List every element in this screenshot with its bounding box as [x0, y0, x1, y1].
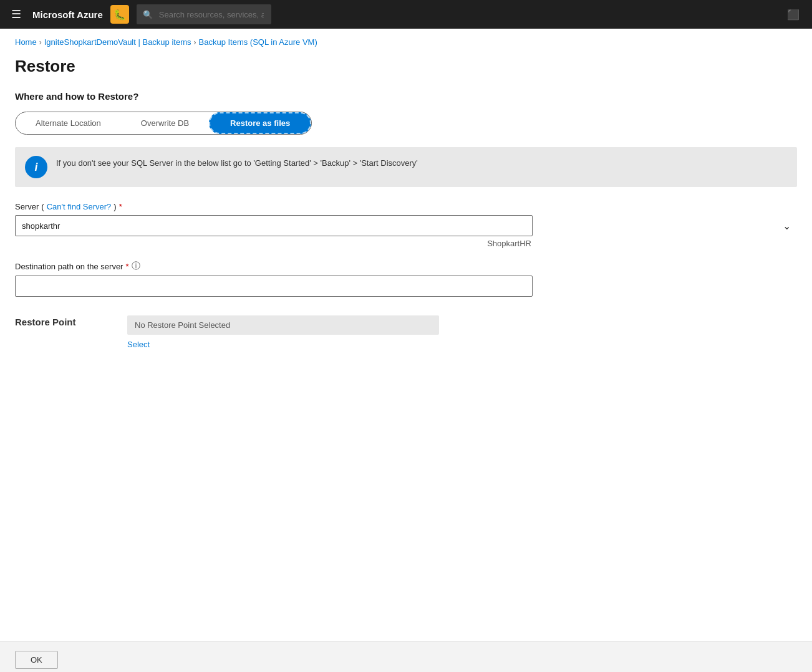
- breadcrumb-home[interactable]: Home: [15, 37, 37, 47]
- destination-required-star: *: [125, 262, 128, 271]
- server-label: Server (Can't find Server?) *: [15, 202, 797, 211]
- server-field-group: Server (Can't find Server?) * shopkarthr…: [15, 202, 797, 248]
- breadcrumb: Home › IgniteShopkartDemoVault | Backup …: [0, 29, 812, 52]
- restore-point-select-link[interactable]: Select: [127, 340, 439, 349]
- restore-point-content: No Restore Point Selected Select: [127, 315, 439, 349]
- feedback-icon[interactable]: 🐛: [110, 5, 129, 24]
- chevron-down-icon: ⌄: [783, 220, 791, 232]
- info-text: If you don't see your SQL Server in the …: [56, 156, 418, 170]
- restore-point-label: Restore Point: [15, 315, 102, 327]
- hamburger-icon[interactable]: ☰: [7, 5, 25, 24]
- content-area: Where and how to Restore? Alternate Loca…: [0, 91, 812, 364]
- breadcrumb-sep-2: ›: [194, 38, 196, 47]
- search-input[interactable]: [137, 4, 271, 24]
- restore-type-alternate-location[interactable]: Alternate Location: [16, 112, 121, 134]
- destination-path-input[interactable]: [15, 276, 533, 297]
- restore-type-overwrite-db[interactable]: Overwrite DB: [121, 112, 209, 134]
- restore-type-restore-as-files[interactable]: Restore as files: [209, 112, 311, 134]
- destination-info-icon: ⓘ: [132, 261, 140, 272]
- breadcrumb-vault[interactable]: IgniteShopkartDemoVault | Backup items: [44, 37, 191, 47]
- destination-label: Destination path on the server * ⓘ: [15, 261, 797, 272]
- search-wrapper: [137, 4, 561, 24]
- server-required-star: *: [119, 202, 122, 211]
- restore-point-section: Restore Point No Restore Point Selected …: [15, 315, 797, 349]
- app-logo: Microsoft Azure: [32, 9, 103, 20]
- ok-button[interactable]: OK: [15, 651, 58, 669]
- info-box: i If you don't see your SQL Server in th…: [15, 147, 797, 187]
- topbar: ☰ Microsoft Azure 🐛 ⬛: [0, 0, 812, 29]
- server-select-wrapper: shopkarthr ShopkartHR ⌄: [15, 215, 797, 236]
- destination-label-text: Destination path on the server: [15, 262, 123, 271]
- cant-find-server-link[interactable]: Can't find Server?: [47, 202, 112, 211]
- server-label-text: Server: [15, 202, 39, 211]
- terminal-icon[interactable]: ⬛: [782, 6, 805, 23]
- page-title: Restore: [0, 52, 812, 91]
- restore-type-group: Alternate Location Overwrite DB Restore …: [15, 112, 312, 135]
- main-content: Home › IgniteShopkartDemoVault | Backup …: [0, 29, 812, 641]
- server-dropdown-hint: ShopkartHR: [15, 239, 533, 248]
- server-select[interactable]: shopkarthr ShopkartHR: [15, 215, 533, 236]
- restore-point-display: No Restore Point Selected: [127, 315, 439, 335]
- section-heading: Where and how to Restore?: [15, 91, 797, 102]
- destination-field-group: Destination path on the server * ⓘ: [15, 261, 797, 297]
- bottom-bar: OK: [0, 641, 812, 672]
- breadcrumb-sep-1: ›: [39, 38, 42, 47]
- breadcrumb-backup-items[interactable]: Backup Items (SQL in Azure VM): [199, 37, 317, 47]
- info-icon: i: [25, 156, 47, 178]
